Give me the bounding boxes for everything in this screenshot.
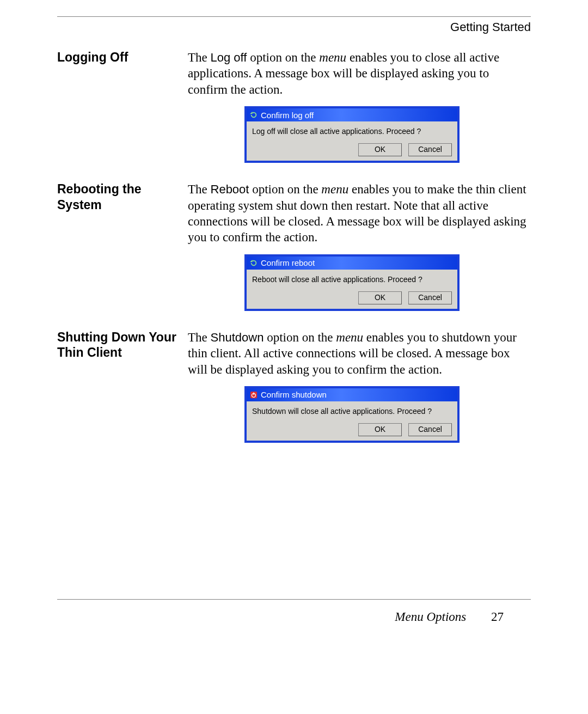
body-shutdown: The Shutdown option on the menu enables … [188, 329, 531, 443]
refresh-icon [250, 259, 258, 267]
text: option on the [247, 51, 319, 64]
menu-word: menu [319, 51, 346, 64]
confirm-logoff-dialog: Confirm log off Log off will close all a… [244, 106, 460, 163]
text: option on the [249, 182, 321, 196]
confirm-shutdown-dialog: Confirm shutdown Shutdown will close all… [244, 386, 460, 443]
dialog-button-row: OK Cancel [252, 291, 452, 304]
side-heading-rebooting: Rebooting the System [57, 181, 188, 213]
dialog-title: Confirm reboot [261, 258, 315, 268]
dialog-logoff-wrap: Confirm log off Log off will close all a… [244, 106, 531, 163]
top-rule [57, 16, 531, 20]
ok-button[interactable]: OK [358, 423, 402, 436]
menu-word: menu [321, 182, 348, 196]
section-rebooting: Rebooting the System The Reboot option o… [57, 181, 531, 311]
dialog-titlebar: Confirm reboot [247, 257, 457, 270]
para-rebooting: The Reboot option on the menu enables yo… [188, 181, 531, 246]
option-name: Shutdown [211, 331, 264, 344]
ok-button[interactable]: OK [358, 291, 402, 304]
dialog-button-row: OK Cancel [252, 423, 452, 436]
dialog-body: Log off will close all active applicatio… [247, 121, 457, 161]
page: Getting Started Logging Off The Log off … [0, 0, 588, 714]
cancel-button[interactable]: Cancel [408, 291, 452, 304]
para-logging-off: The Log off option on the menu enables y… [188, 50, 531, 97]
option-name: Reboot [211, 182, 249, 196]
para-shutdown: The Shutdown option on the menu enables … [188, 329, 531, 377]
text: The [188, 51, 211, 64]
body-logging-off: The Log off option on the menu enables y… [188, 50, 531, 163]
dialog-message: Shutdown will close all active applicati… [252, 407, 452, 417]
cancel-button[interactable]: Cancel [408, 423, 452, 436]
svg-rect-2 [253, 393, 254, 395]
dialog-title: Confirm shutdown [261, 389, 327, 400]
section-logging-off: Logging Off The Log off option on the me… [57, 50, 531, 163]
dialog-message: Reboot will close all active application… [252, 275, 452, 285]
side-heading-logging-off: Logging Off [57, 50, 188, 65]
dialog-shutdown-wrap: Confirm shutdown Shutdown will close all… [244, 386, 531, 443]
body-rebooting: The Reboot option on the menu enables yo… [188, 181, 531, 311]
footer-page-number: 27 [491, 610, 504, 624]
dialog-reboot-wrap: Confirm reboot Reboot will close all act… [244, 254, 531, 311]
footer-rule [57, 599, 531, 600]
cancel-button[interactable]: Cancel [408, 143, 452, 156]
dialog-body: Shutdown will close all active applicati… [247, 401, 457, 441]
footer: Menu Options 27 [395, 610, 504, 624]
side-heading-shutdown: Shutting Down Your Thin Client [57, 329, 188, 361]
dialog-titlebar: Confirm log off [247, 108, 457, 121]
text: The [188, 182, 211, 196]
text: option on the [264, 331, 336, 344]
running-head: Getting Started [57, 20, 531, 34]
dialog-body: Reboot will close all active application… [247, 270, 457, 309]
dialog-titlebar: Confirm shutdown [247, 388, 457, 401]
refresh-icon [250, 111, 258, 119]
menu-word: menu [336, 331, 363, 344]
text: The [188, 331, 211, 344]
option-name: Log off [211, 51, 247, 64]
ok-button[interactable]: OK [358, 143, 402, 156]
dialog-message: Log off will close all active applicatio… [252, 127, 452, 137]
dialog-button-row: OK Cancel [252, 143, 452, 156]
power-icon [250, 391, 258, 399]
footer-section-title: Menu Options [395, 610, 466, 624]
section-shutdown: Shutting Down Your Thin Client The Shutd… [57, 329, 531, 443]
dialog-title: Confirm log off [261, 110, 314, 120]
confirm-reboot-dialog: Confirm reboot Reboot will close all act… [244, 254, 460, 311]
